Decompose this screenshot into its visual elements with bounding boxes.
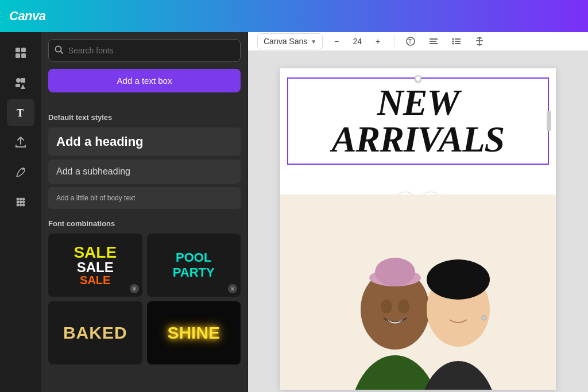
search-icon bbox=[55, 45, 64, 56]
text-style-heading[interactable]: Add a heading bbox=[48, 127, 241, 156]
svg-point-49 bbox=[398, 300, 409, 313]
svg-rect-2 bbox=[16, 53, 20, 58]
font-name-label: Canva Sans bbox=[264, 37, 307, 46]
selection-handle-top[interactable] bbox=[415, 75, 421, 82]
sidebar-icon-draw[interactable] bbox=[7, 158, 34, 186]
add-text-box-button[interactable]: Add a text box bbox=[48, 69, 241, 92]
default-text-styles-label: Default text styles bbox=[48, 113, 241, 122]
main-layout: T Add a text box bbox=[0, 32, 588, 392]
selected-text-box[interactable]: NEW ARRIVALS bbox=[287, 77, 549, 165]
new-arrivals-text: NEW ARRIVALS bbox=[332, 84, 504, 158]
sidebar-icon-upload[interactable] bbox=[7, 129, 34, 156]
sidebar-icon-text[interactable]: T bbox=[7, 99, 34, 126]
font-combos-grid: SALE SALE SALE ♛ POOL PARTY ♛ BAKED SHIN… bbox=[48, 234, 241, 364]
svg-point-16 bbox=[16, 204, 19, 207]
svg-point-13 bbox=[16, 201, 19, 204]
people-svg bbox=[280, 195, 556, 390]
sale-line-3: SALE bbox=[80, 274, 110, 286]
svg-point-26 bbox=[452, 38, 454, 40]
svg-point-18 bbox=[22, 204, 25, 207]
canvas-photo bbox=[280, 195, 556, 390]
text-style-subheading[interactable]: Add a subheading bbox=[48, 160, 241, 184]
svg-point-9 bbox=[22, 168, 24, 170]
svg-text:T: T bbox=[17, 107, 24, 119]
sidebar-icon-elements[interactable] bbox=[7, 69, 34, 96]
canvas-page: NEW ARRIVALS bbox=[280, 68, 556, 390]
baked-line: BAKED bbox=[63, 323, 127, 343]
svg-point-17 bbox=[19, 204, 22, 207]
pool-line: POOL bbox=[176, 250, 211, 265]
new-arrivals-line1: NEW bbox=[332, 84, 504, 121]
svg-point-11 bbox=[19, 198, 22, 201]
svg-point-14 bbox=[19, 201, 22, 204]
font-combo-baked[interactable]: BAKED bbox=[48, 301, 142, 364]
icon-sidebar: T bbox=[0, 32, 41, 392]
svg-rect-1 bbox=[21, 48, 26, 52]
svg-point-12 bbox=[22, 198, 25, 201]
header: Canva bbox=[0, 0, 588, 32]
toolbar-divider-1 bbox=[394, 34, 394, 48]
search-input[interactable] bbox=[68, 46, 234, 55]
font-dropdown-chevron: ▼ bbox=[311, 38, 316, 45]
svg-point-30 bbox=[452, 43, 454, 45]
crown-badge-sale: ♛ bbox=[130, 284, 139, 293]
svg-point-4 bbox=[16, 78, 21, 83]
spacing-button[interactable] bbox=[470, 32, 489, 51]
svg-rect-5 bbox=[21, 78, 25, 83]
svg-point-15 bbox=[22, 201, 25, 204]
text-align-button[interactable] bbox=[424, 32, 443, 51]
canva-logo: Canva bbox=[9, 9, 46, 24]
svg-point-48 bbox=[381, 300, 392, 313]
canvas-area: Canva Sans ▼ − 24 + T bbox=[248, 32, 588, 392]
sale-line-2: SALE bbox=[77, 261, 114, 274]
font-combo-pool-party[interactable]: POOL PARTY ♛ bbox=[147, 234, 241, 297]
text-panel: Add a text box Marion Default text style… bbox=[41, 32, 248, 392]
font-combo-sale[interactable]: SALE SALE SALE ♛ bbox=[48, 234, 142, 297]
party-line: PARTY bbox=[173, 265, 215, 280]
crown-badge-pool: ♛ bbox=[228, 284, 237, 293]
shine-line: SHINE bbox=[167, 323, 220, 343]
svg-point-10 bbox=[16, 198, 19, 201]
svg-marker-6 bbox=[21, 84, 25, 89]
font-selector[interactable]: Canva Sans ▼ bbox=[257, 33, 323, 49]
search-bar[interactable] bbox=[48, 39, 241, 62]
font-combinations-label: Font combinations bbox=[48, 219, 241, 228]
font-size-display: 24 bbox=[350, 37, 364, 46]
svg-point-52 bbox=[427, 259, 490, 300]
svg-rect-0 bbox=[16, 48, 20, 52]
svg-rect-3 bbox=[21, 53, 26, 58]
sale-line-1: SALE bbox=[74, 244, 117, 261]
increase-font-size-button[interactable]: + bbox=[369, 32, 387, 51]
list-button[interactable] bbox=[447, 32, 466, 51]
svg-text:T: T bbox=[408, 38, 412, 45]
sidebar-icon-grid[interactable] bbox=[7, 39, 34, 67]
svg-rect-7 bbox=[16, 84, 20, 87]
new-arrivals-line2: ARRIVALS bbox=[332, 121, 504, 158]
text-style-body[interactable]: Add a little bit of body text bbox=[48, 187, 241, 209]
font-combo-shine[interactable]: SHINE bbox=[147, 301, 241, 364]
decrease-font-size-button[interactable]: − bbox=[327, 32, 346, 51]
canvas[interactable]: NEW ARRIVALS bbox=[248, 51, 588, 392]
svg-point-28 bbox=[452, 41, 454, 42]
text-style-button[interactable]: T bbox=[401, 32, 420, 51]
svg-point-47 bbox=[375, 258, 415, 286]
toolbar: Canva Sans ▼ − 24 + T bbox=[248, 32, 588, 51]
svg-point-53 bbox=[482, 316, 486, 320]
selection-handle-right[interactable] bbox=[547, 111, 551, 131]
sidebar-icon-apps[interactable] bbox=[7, 188, 34, 216]
